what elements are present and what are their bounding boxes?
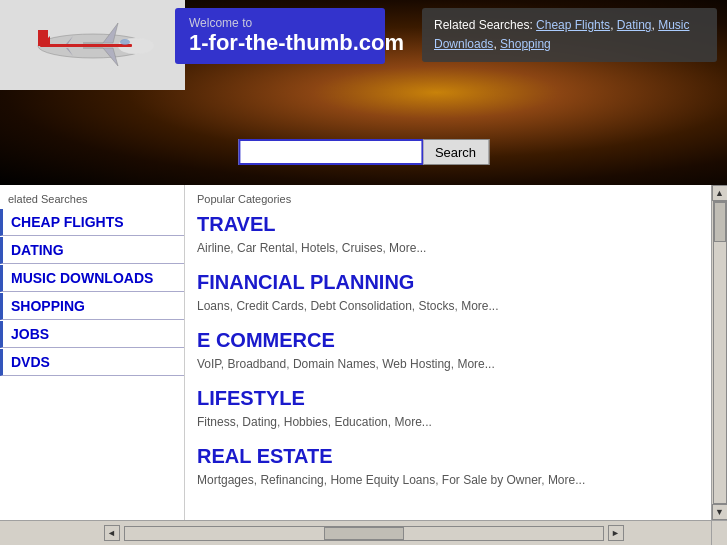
category-link-1-2[interactable]: Debt Consolidation [310,299,411,313]
sidebar-items: CHEAP FLIGHTSDATINGMUSIC DOWNLOADSSHOPPI… [0,209,184,376]
scrollbar-corner [711,520,727,545]
plane-image-area [0,0,185,90]
category-link-2-0[interactable]: VoIP [197,357,221,371]
separator: , [435,473,442,487]
category-title-4[interactable]: REAL ESTATE [197,445,715,468]
main-content: elated Searches CHEAP FLIGHTSDATINGMUSIC… [0,185,727,520]
category-block-1: FINANCIAL PLANNINGLoans, Credit Cards, D… [197,271,715,315]
search-input[interactable] [238,139,423,165]
sidebar-title: elated Searches [0,193,184,209]
scroll-track[interactable] [713,201,727,504]
related-link-cheap-flights[interactable]: Cheap Flights [536,18,610,32]
related-searches-box: Related Searches: Cheap Flights, Dating,… [422,8,717,62]
related-link-dating[interactable]: Dating [617,18,652,32]
category-link-0-2[interactable]: Hotels [301,241,335,255]
svg-point-9 [120,39,130,45]
scroll-up-button[interactable]: ▲ [712,185,728,201]
scroll-thumb[interactable] [714,202,726,242]
category-link-0-1[interactable]: Car Rental [237,241,294,255]
sidebar-item-dvds[interactable]: DVDS [0,349,184,376]
category-link-3-4[interactable]: More... [394,415,431,429]
category-link-4-4[interactable]: More... [548,473,585,487]
separator: , [286,357,293,371]
category-link-2-1[interactable]: Broadband [227,357,286,371]
category-link-2-3[interactable]: Web Hosting [382,357,450,371]
category-block-4: REAL ESTATEMortgages, Refinancing, Home … [197,445,715,489]
scroll-right-button[interactable]: ► [608,525,624,541]
category-link-3-1[interactable]: Dating [242,415,277,429]
sidebar-item-dating[interactable]: DATING [0,237,184,264]
sidebar: elated Searches CHEAP FLIGHTSDATINGMUSIC… [0,185,185,520]
category-links-4: Mortgages, Refinancing, Home Equity Loan… [197,471,715,489]
welcome-box: Welcome to 1-for-the-thumb.com [175,8,385,64]
category-link-3-3[interactable]: Education [334,415,387,429]
category-link-4-3[interactable]: For Sale by Owner [442,473,541,487]
category-link-1-3[interactable]: Stocks [418,299,454,313]
category-link-3-0[interactable]: Fitness [197,415,236,429]
h-scroll-track[interactable] [124,526,604,541]
category-links-2: VoIP, Broadband, Domain Names, Web Hosti… [197,355,715,373]
category-block-2: E COMMERCEVoIP, Broadband, Domain Names,… [197,329,715,373]
sidebar-item-shopping[interactable]: SHOPPING [0,293,184,320]
categories-container: TRAVELAirline, Car Rental, Hotels, Cruis… [197,213,715,489]
header: Welcome to 1-for-the-thumb.com Related S… [0,0,727,185]
separator: , [541,473,548,487]
category-title-2[interactable]: E COMMERCE [197,329,715,352]
category-link-0-4[interactable]: More... [389,241,426,255]
category-link-2-4[interactable]: More... [457,357,494,371]
content-area: Popular Categories TRAVELAirline, Car Re… [185,185,727,520]
category-block-0: TRAVELAirline, Car Rental, Hotels, Cruis… [197,213,715,257]
h-scroll-thumb[interactable] [324,527,404,540]
category-link-4-2[interactable]: Home Equity Loans [330,473,435,487]
category-links-3: Fitness, Dating, Hobbies, Education, Mor… [197,413,715,431]
related-label: Related Searches: [434,18,533,32]
scroll-down-button[interactable]: ▼ [712,504,728,520]
scroll-left-button[interactable]: ◄ [104,525,120,541]
vertical-scrollbar[interactable]: ▲ ▼ [711,185,727,520]
welcome-label: Welcome to [189,16,371,30]
search-bar: Search [238,139,489,165]
search-button[interactable]: Search [423,139,489,165]
category-links-1: Loans, Credit Cards, Debt Consolidation,… [197,297,715,315]
category-link-4-0[interactable]: Mortgages [197,473,254,487]
sidebar-item-music-downloads[interactable]: MUSIC DOWNLOADS [0,265,184,292]
category-block-3: LIFESTYLEFitness, Dating, Hobbies, Educa… [197,387,715,431]
category-link-1-1[interactable]: Credit Cards [236,299,303,313]
category-links-0: Airline, Car Rental, Hotels, Cruises, Mo… [197,239,715,257]
category-link-3-2[interactable]: Hobbies [284,415,328,429]
related-link-shopping[interactable]: Shopping [500,37,551,51]
category-link-0-0[interactable]: Airline [197,241,230,255]
svg-rect-8 [40,44,132,47]
bottom-scrollbar-bar: ◄ ► [0,520,727,545]
category-link-2-2[interactable]: Domain Names [293,357,376,371]
category-title-0[interactable]: TRAVEL [197,213,715,236]
site-title: 1-for-the-thumb.com [189,30,371,56]
category-link-1-4[interactable]: More... [461,299,498,313]
category-link-0-3[interactable]: Cruises [342,241,383,255]
category-title-3[interactable]: LIFESTYLE [197,387,715,410]
sidebar-item-cheap-flights[interactable]: CHEAP FLIGHTS [0,209,184,236]
separator: , [277,415,284,429]
category-title-1[interactable]: FINANCIAL PLANNING [197,271,715,294]
category-link-4-1[interactable]: Refinancing [260,473,323,487]
sidebar-item-jobs[interactable]: JOBS [0,321,184,348]
category-link-1-0[interactable]: Loans [197,299,230,313]
content-title: Popular Categories [197,193,715,205]
separator: , [335,241,342,255]
plane-icon [28,8,158,83]
